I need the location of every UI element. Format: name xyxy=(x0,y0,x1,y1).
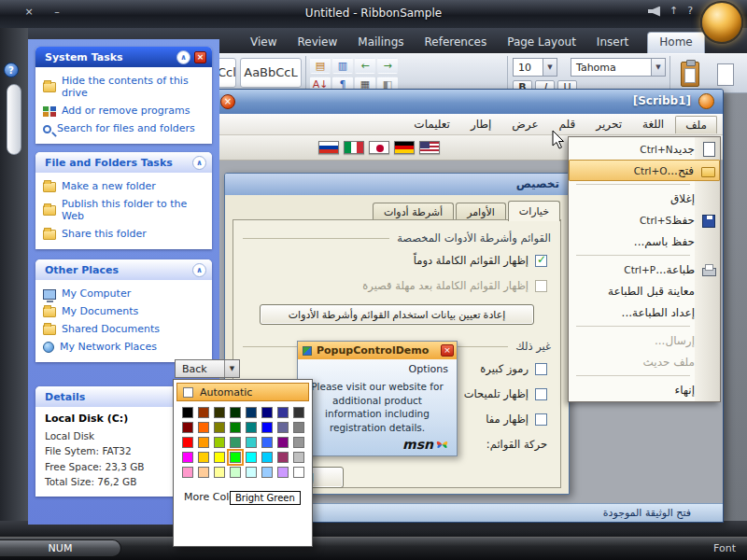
chevron-down-icon[interactable]: ▼ xyxy=(651,59,665,76)
popup-titlebar[interactable]: PopupControlDemo × xyxy=(298,342,457,359)
tab-mailings[interactable]: Mailings xyxy=(356,32,405,53)
task-link[interactable]: My Computer xyxy=(43,285,206,302)
color-swatch[interactable] xyxy=(261,467,273,478)
task-link[interactable]: Hide the contents of this drive xyxy=(43,72,206,102)
collapse-chevron-icon[interactable]: ∧ xyxy=(192,156,206,170)
new-document-button[interactable] xyxy=(709,55,742,93)
close-icon[interactable]: × xyxy=(220,94,235,109)
color-swatch[interactable] xyxy=(261,437,273,448)
file-menu-item[interactable]: إنهاء xyxy=(569,379,720,400)
color-swatch[interactable] xyxy=(182,422,193,433)
flag-usa-icon[interactable] xyxy=(419,141,440,154)
file-menu-item[interactable]: معاينة قبل الطباعة xyxy=(569,280,720,301)
back-dropdown[interactable]: Back ▼ xyxy=(175,359,240,378)
file-menu-item[interactable]: حفظCtrl+S xyxy=(569,209,720,231)
color-swatch[interactable] xyxy=(182,452,193,463)
color-swatch[interactable] xyxy=(182,407,193,418)
menubar-item[interactable]: تحرير xyxy=(586,116,631,133)
tab-page-layout[interactable]: Page Layout xyxy=(505,32,578,53)
color-swatch[interactable] xyxy=(246,467,257,478)
dialog-titlebar[interactable]: تخصيص xyxy=(225,174,569,195)
file-menu-item[interactable]: إعداد الطباعة... xyxy=(569,301,720,323)
vertical-scrollbar-thumb[interactable] xyxy=(7,84,21,155)
style-gallery-item[interactable]: AaBbCcL xyxy=(240,58,302,88)
menubar-item[interactable]: تعليمات xyxy=(404,116,459,133)
color-swatch[interactable] xyxy=(214,467,225,478)
color-swatch[interactable] xyxy=(246,422,257,433)
file-menu-item[interactable]: جديدCtrl+N xyxy=(569,138,720,160)
color-swatch[interactable] xyxy=(214,452,225,463)
task-link[interactable]: Add or remove programs xyxy=(43,102,206,119)
task-link[interactable]: Shared Documents xyxy=(43,320,206,338)
close-icon[interactable]: × xyxy=(194,51,206,63)
color-swatch[interactable] xyxy=(230,407,241,418)
color-swatch[interactable] xyxy=(277,467,289,478)
font-size-combobox[interactable]: 10 ▼ xyxy=(513,58,557,77)
checkbox-full-menus[interactable] xyxy=(535,255,547,267)
color-swatch[interactable] xyxy=(230,467,241,478)
chevron-down-icon[interactable]: ▼ xyxy=(543,59,557,76)
help-icon[interactable]: ? xyxy=(4,63,19,77)
task-link[interactable]: Publish this folder to the Web xyxy=(43,195,206,225)
color-swatch[interactable] xyxy=(214,407,225,418)
tab-commands[interactable]: الأوامر xyxy=(456,203,506,221)
color-swatch[interactable] xyxy=(277,437,289,448)
color-swatch[interactable] xyxy=(230,452,241,463)
menubar-item[interactable]: اللغة xyxy=(633,116,673,133)
tab-references[interactable]: References xyxy=(423,32,489,53)
menubar-item[interactable]: ملف xyxy=(675,116,717,133)
task-link[interactable]: Share this folder xyxy=(43,225,206,243)
tab-options[interactable]: خيارات xyxy=(508,201,560,221)
checkbox-full-menus-delay[interactable] xyxy=(535,280,547,292)
color-swatch[interactable] xyxy=(214,437,225,448)
up-arrow-icon[interactable]: ↑ xyxy=(669,6,678,17)
indent-increase-icon[interactable]: → xyxy=(377,58,398,74)
flag-italy-icon[interactable] xyxy=(344,141,364,154)
indent-decrease-icon[interactable]: ← xyxy=(355,58,375,74)
options-button[interactable]: Options xyxy=(409,363,448,375)
automatic-color-item[interactable]: Automatic xyxy=(176,383,309,401)
collapse-chevron-icon[interactable]: ∧ xyxy=(192,263,206,277)
speaker-icon[interactable] xyxy=(648,7,660,17)
tab-insert[interactable]: Insert xyxy=(595,32,630,53)
font-name-combobox[interactable]: Tahoma ▼ xyxy=(571,58,666,77)
color-swatch[interactable] xyxy=(293,467,304,478)
file-menu-item[interactable]: حفظ باسم... xyxy=(569,231,720,252)
color-swatch[interactable] xyxy=(230,422,241,433)
reset-usage-data-button[interactable]: إعادة تعيين بيانات استخدام القوائم وأشرط… xyxy=(260,304,534,325)
color-swatch[interactable] xyxy=(230,437,241,448)
color-swatch[interactable] xyxy=(261,422,273,433)
color-swatch[interactable] xyxy=(277,422,289,433)
color-swatch[interactable] xyxy=(293,437,304,448)
system-tasks-header[interactable]: System Tasks ∧ × xyxy=(35,47,212,67)
color-swatch[interactable] xyxy=(182,437,193,448)
color-swatch[interactable] xyxy=(293,407,304,418)
bullet-list-icon[interactable]: ▤ xyxy=(310,58,331,74)
file-menu-item[interactable]: طباعة...Ctrl+P xyxy=(569,259,720,280)
menubar-item[interactable]: إطار xyxy=(461,116,500,133)
checkbox-tooltips[interactable] xyxy=(535,388,547,400)
color-swatch[interactable] xyxy=(277,407,289,418)
color-swatch[interactable] xyxy=(198,422,209,433)
color-swatch[interactable] xyxy=(261,407,273,418)
color-swatch[interactable] xyxy=(277,452,289,463)
color-swatch[interactable] xyxy=(293,452,304,463)
color-swatch[interactable] xyxy=(293,422,304,433)
task-link[interactable]: My Network Places xyxy=(43,338,206,356)
scribb-titlebar[interactable]: × [Scribb1] xyxy=(214,90,723,114)
color-swatch[interactable] xyxy=(246,407,257,418)
file-menu-item[interactable]: فتح...Ctrl+O xyxy=(569,160,720,181)
color-swatch[interactable] xyxy=(198,452,209,463)
chevron-down-icon[interactable]: ▼ xyxy=(224,360,239,377)
tab-review[interactable]: Review xyxy=(295,32,339,53)
menubar-item[interactable]: عرض xyxy=(502,116,547,133)
tab-toolbars[interactable]: أشرطة أدوات xyxy=(373,203,454,221)
numbered-list-icon[interactable]: ▥ xyxy=(332,58,353,74)
color-swatch[interactable] xyxy=(214,422,225,433)
color-swatch[interactable] xyxy=(182,467,193,478)
file-menu-item[interactable]: إغلاق xyxy=(569,188,720,209)
task-link[interactable]: Make a new folder xyxy=(43,177,206,195)
file-folder-tasks-header[interactable]: File and Folders Tasks ∧ xyxy=(35,152,212,173)
checkbox-shortcut-keys[interactable] xyxy=(535,413,547,426)
flag-germany-icon[interactable] xyxy=(394,141,415,154)
